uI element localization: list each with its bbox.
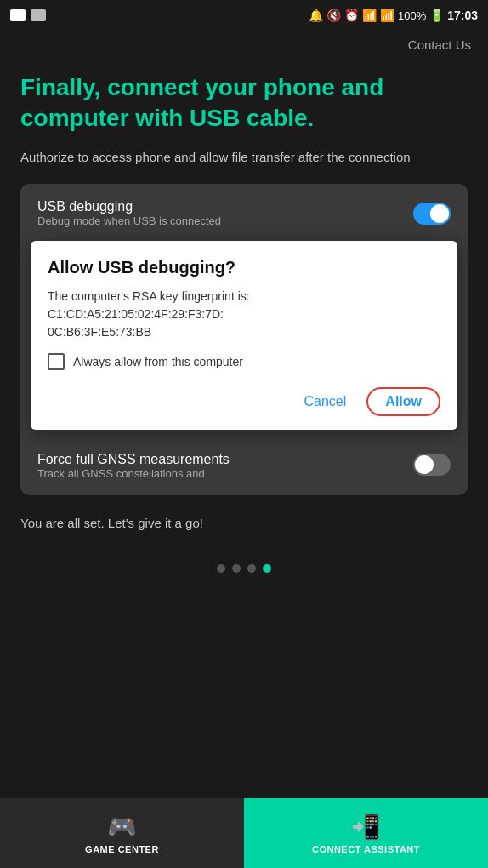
pagination-dots — [20, 564, 468, 573]
dot-4-active — [263, 564, 271, 573]
checkbox-row[interactable]: Always allow from this computer — [48, 353, 440, 370]
header: Contact Us — [0, 31, 488, 59]
usb-subtitle: Debug mode when USB is connected — [37, 214, 221, 227]
status-left-icons — [10, 9, 46, 21]
gnss-title: Force full GNSS measurements — [37, 452, 230, 467]
battery-icon: 🔋 — [429, 9, 444, 22]
phone-screen-mock: USB debugging Debug mode when USB is con… — [20, 184, 468, 495]
dot-1 — [217, 564, 225, 573]
notification-icon: 🔔 — [309, 9, 323, 22]
signal-icon: 📶 — [380, 9, 394, 22]
sim-icon — [31, 9, 46, 21]
status-bar: 🔔 🔇 ⏰ 📶 📶 100% 🔋 17:03 — [0, 0, 488, 31]
connect-assistant-tab[interactable]: 📲 CONNECT ASSISTANT — [244, 798, 488, 868]
cancel-button[interactable]: Cancel — [298, 391, 354, 413]
dialog-buttons: Cancel Allow — [48, 387, 440, 416]
usb-debug-dialog: Allow USB debugging? The computer's RSA … — [31, 241, 457, 430]
always-allow-checkbox[interactable] — [48, 353, 65, 370]
game-center-icon: 🎮 — [107, 813, 137, 841]
photo-icon — [10, 9, 26, 21]
dot-3 — [247, 564, 256, 573]
subtitle-text: Authorize to access phone and allow file… — [20, 148, 468, 168]
connect-assistant-icon: 📲 — [351, 813, 381, 841]
dot-2 — [232, 564, 241, 573]
usb-debugging-row: USB debugging Debug mode when USB is con… — [20, 184, 468, 241]
dialog-title: Allow USB debugging? — [48, 258, 440, 277]
game-center-tab[interactable]: 🎮 GAME CENTER — [0, 798, 244, 868]
gnss-subtitle: Track all GNSS constellations and — [37, 467, 230, 480]
gnss-row: Force full GNSS measurements Track all G… — [20, 440, 468, 495]
gnss-row-text: Force full GNSS measurements Track all G… — [37, 452, 230, 480]
bottom-nav: 🎮 GAME CENTER 📲 CONNECT ASSISTANT — [0, 798, 488, 868]
usb-toggle[interactable] — [413, 203, 451, 225]
usb-title: USB debugging — [37, 199, 221, 214]
dialog-body: The computer's RSA key fingerprint is: C… — [48, 288, 440, 341]
connect-assistant-label: CONNECT ASSISTANT — [312, 844, 420, 854]
main-content: Finally, connect your phone and computer… — [0, 59, 488, 573]
gnss-toggle[interactable] — [413, 454, 451, 476]
allow-button[interactable]: Allow — [366, 387, 440, 416]
all-set-text: You are all set. Let's give it a go! — [20, 512, 468, 530]
usb-row-text: USB debugging Debug mode when USB is con… — [37, 199, 221, 227]
battery-text: 100% — [398, 9, 426, 22]
contact-us-link[interactable]: Contact Us — [408, 37, 471, 52]
game-center-label: GAME CENTER — [85, 844, 159, 854]
checkbox-label: Always allow from this computer — [73, 355, 243, 368]
time: 17:03 — [447, 9, 478, 22]
page-title: Finally, connect your phone and computer… — [20, 72, 468, 134]
silent-icon: 🔇 — [326, 9, 341, 22]
alarm-icon: ⏰ — [344, 9, 359, 22]
status-right-info: 🔔 🔇 ⏰ 📶 📶 100% 🔋 17:03 — [309, 9, 478, 22]
wifi-icon: 📶 — [362, 9, 377, 22]
